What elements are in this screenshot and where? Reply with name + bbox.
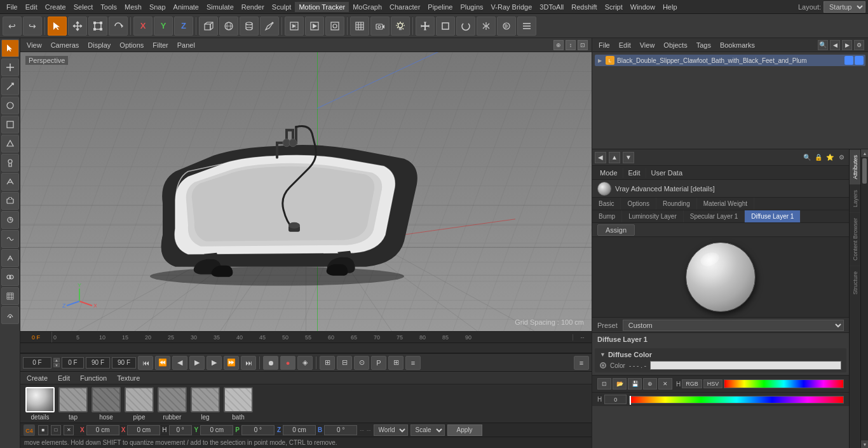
color-copy-btn[interactable]: ⊕: [643, 378, 657, 390]
menu-plugins[interactable]: Plugins: [456, 2, 487, 12]
obj-settings-icon[interactable]: ⚙: [854, 40, 864, 50]
menu-vray[interactable]: V-Ray Bridge: [487, 2, 536, 12]
y-val1[interactable]: [200, 425, 233, 435]
close-button[interactable]: ✕: [64, 425, 74, 435]
rotate-tool2[interactable]: [456, 17, 475, 36]
vp-menu-cameras[interactable]: Cameras: [48, 40, 82, 50]
redo-button[interactable]: ↪: [23, 17, 42, 36]
maximize-button[interactable]: □: [51, 425, 61, 435]
p-val[interactable]: [241, 425, 275, 435]
mat-settings[interactable]: ⚙: [836, 153, 846, 163]
left-tool-12[interactable]: [1, 249, 19, 267]
menu-snap[interactable]: Snap: [146, 2, 170, 12]
vtab-content-browser[interactable]: Content Browser: [850, 212, 860, 266]
menu-redshift[interactable]: Redshift: [567, 2, 600, 12]
scale-tool[interactable]: [88, 17, 107, 36]
next-step-button[interactable]: ▶: [207, 356, 222, 370]
scroll-arrow-down[interactable]: ▼: [861, 440, 868, 448]
menu-file[interactable]: File: [3, 2, 22, 12]
b-val[interactable]: [324, 425, 357, 435]
left-tool-7[interactable]: [1, 154, 19, 172]
mat-menu-edit[interactable]: Edit: [55, 374, 72, 383]
cylinder-button[interactable]: [240, 17, 259, 36]
edit-tab[interactable]: Edit: [623, 168, 646, 178]
vp-menu-view[interactable]: View: [24, 40, 44, 50]
color-swatch[interactable]: [650, 361, 841, 370]
assign-button[interactable]: Assign: [597, 224, 635, 236]
mat-search[interactable]: 🔍: [802, 153, 812, 163]
axis-y-button[interactable]: Y: [154, 17, 173, 36]
record-button[interactable]: ⏺: [263, 356, 278, 370]
left-tool-5[interactable]: [1, 116, 19, 133]
mat-tab-basic[interactable]: Basic: [592, 198, 621, 210]
left-select-tool[interactable]: [1, 39, 19, 57]
hsv-btn[interactable]: HSV: [703, 379, 723, 388]
world-select[interactable]: World: [374, 424, 408, 436]
mat-nav-down[interactable]: ▼: [623, 152, 634, 163]
left-tool-13[interactable]: [1, 268, 19, 286]
grid-button[interactable]: [350, 17, 369, 36]
h-input[interactable]: [604, 395, 627, 404]
timeline-tracks[interactable]: [20, 343, 592, 353]
viewport-canvas[interactable]: Perspective Grid Spacing : 100 cm X Y: [20, 52, 592, 331]
mat-lock[interactable]: 🔒: [813, 153, 824, 163]
mat-tab-diffuse[interactable]: Diffuse Layer 1: [745, 210, 801, 222]
h-slider[interactable]: [629, 396, 844, 404]
menu-window[interactable]: Window: [627, 2, 659, 12]
left-tool-15[interactable]: [1, 306, 19, 324]
right-scrollbar[interactable]: ▲ ▼: [860, 149, 868, 448]
vp-btn-2[interactable]: ↕: [566, 40, 576, 50]
x-val1[interactable]: [86, 425, 119, 435]
frame-end2-input[interactable]: [112, 357, 136, 369]
vtab-structure[interactable]: Structure: [850, 266, 860, 300]
obj-objects-menu[interactable]: Objects: [661, 41, 689, 50]
vp-menu-display[interactable]: Display: [85, 40, 113, 50]
h-val[interactable]: [169, 425, 192, 435]
vp-btn-3[interactable]: ⊡: [578, 40, 588, 50]
obj-tag-1[interactable]: [844, 56, 853, 65]
light-button[interactable]: [391, 17, 410, 36]
x-val2[interactable]: [127, 425, 160, 435]
menu-help[interactable]: Help: [659, 2, 681, 12]
color-radio[interactable]: [600, 362, 606, 369]
obj-edit-menu[interactable]: Edit: [616, 41, 634, 50]
menu-pipeline[interactable]: Pipeline: [424, 2, 456, 12]
mat-nav-up[interactable]: ▲: [609, 152, 620, 163]
select-tool[interactable]: [48, 17, 67, 36]
go-end-button[interactable]: ⏭: [241, 356, 256, 370]
axis-z-button[interactable]: Z: [174, 17, 193, 36]
mat-menu-texture[interactable]: Texture: [114, 374, 142, 383]
render-region-button[interactable]: [285, 17, 304, 36]
mat-menu-function[interactable]: Function: [78, 374, 109, 383]
vtab-attributes[interactable]: Attributes: [850, 149, 860, 184]
menu-tools[interactable]: Tools: [97, 2, 121, 12]
mat-menu-create[interactable]: Create: [24, 374, 50, 383]
left-tool-14[interactable]: [1, 287, 19, 305]
rotate-mode-button[interactable]: ⊙: [354, 356, 369, 370]
scroll-arrow-up[interactable]: ▲: [861, 149, 868, 157]
sphere-button[interactable]: [219, 17, 238, 36]
mat-tab-weight[interactable]: Material Weight: [697, 198, 754, 210]
cube-button[interactable]: [199, 17, 218, 36]
obj-search-icon[interactable]: 🔍: [818, 40, 828, 50]
vp-menu-options[interactable]: Options: [117, 40, 146, 50]
mode-tab[interactable]: Mode: [595, 168, 623, 178]
mat-tab-luminosity[interactable]: Luminosity Layer: [622, 210, 684, 222]
preset-select[interactable]: Custom: [623, 320, 844, 331]
next-frame-button[interactable]: ⏩: [224, 356, 239, 370]
menu-mesh[interactable]: Mesh: [121, 2, 146, 12]
material-pipe[interactable]: pipe: [125, 387, 154, 421]
frame-end1-input[interactable]: [86, 357, 110, 369]
obj-view-menu[interactable]: View: [637, 41, 658, 50]
obj-file-menu[interactable]: File: [596, 41, 613, 50]
color-paste-btn[interactable]: ✕: [658, 378, 672, 390]
material-leg[interactable]: leg: [191, 387, 220, 421]
obj-mode-button[interactable]: P: [371, 356, 386, 370]
mat-tab-bump[interactable]: Bump: [592, 210, 622, 222]
left-scale-tool[interactable]: [1, 78, 19, 95]
obj-tag-2[interactable]: [855, 56, 864, 65]
left-tool-8[interactable]: [1, 173, 19, 191]
material-rubber[interactable]: rubber: [158, 387, 187, 421]
menu-mograph[interactable]: MoGraph: [349, 2, 386, 12]
user-data-tab[interactable]: User Data: [646, 168, 688, 178]
